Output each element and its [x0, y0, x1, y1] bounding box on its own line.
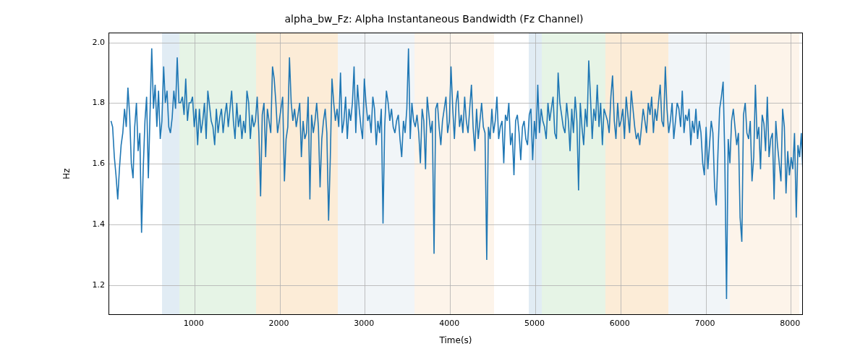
plot-area — [109, 33, 803, 315]
y-tick-label: 1.6 — [76, 159, 105, 168]
y-tick-label: 1.2 — [76, 280, 105, 290]
line-trace — [109, 33, 802, 314]
x-tick-label: 3000 — [354, 319, 374, 328]
x-tick-label: 7000 — [695, 319, 715, 328]
x-tick-label: 2000 — [269, 319, 289, 328]
chart-figure: alpha_bw_Fz: Alpha Instantaneous Bandwid… — [0, 0, 868, 362]
x-axis-label: Time(s) — [440, 335, 472, 345]
x-tick-label: 8000 — [780, 319, 800, 328]
chart-title: alpha_bw_Fz: Alpha Instantaneous Bandwid… — [0, 13, 868, 25]
series-line — [111, 49, 802, 299]
x-tick-label: 5000 — [524, 319, 545, 328]
y-tick-label: 2.0 — [76, 37, 105, 46]
y-axis-label: Hz — [61, 168, 72, 179]
x-tick-label: 6000 — [610, 319, 630, 328]
x-tick-label: 1000 — [184, 319, 204, 328]
x-tick-label: 4000 — [439, 319, 459, 328]
y-tick-label: 1.8 — [76, 98, 105, 107]
y-tick-label: 1.4 — [76, 219, 105, 229]
